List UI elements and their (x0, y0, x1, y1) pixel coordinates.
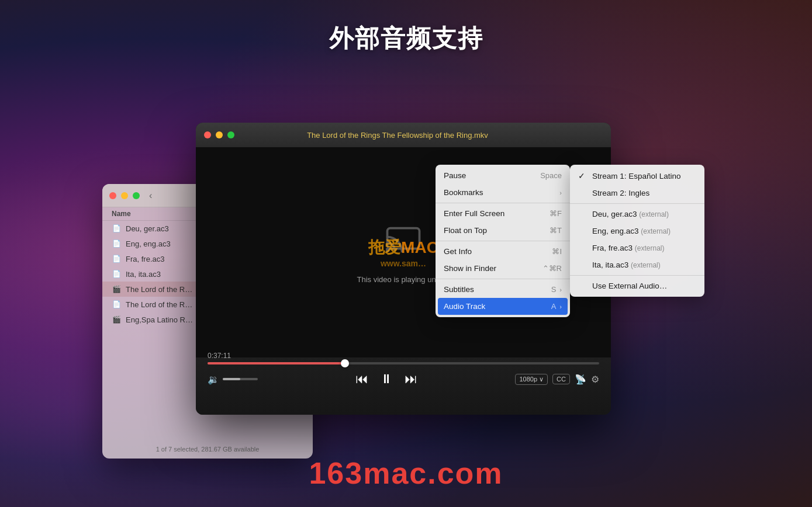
cc-badge[interactable]: CC (552, 374, 570, 384)
watermark-overlay: 拖爱MAC www.sam… (368, 237, 438, 268)
resolution-badge[interactable]: 1080p ∨ (515, 374, 548, 385)
menu-shortcut: ⌃⌘R (543, 264, 562, 273)
volume-bar[interactable] (223, 378, 258, 380)
progress-fill (208, 362, 345, 364)
menu-item-get-info[interactable]: Get Info ⌘I (436, 243, 570, 260)
submenu-item-label: Deu, ger.ac3 (external) (592, 210, 669, 218)
submenu-separator (570, 203, 704, 204)
file-icon: 📄 (112, 269, 121, 279)
pause-button[interactable]: ⏸ (380, 371, 393, 387)
menu-item-fullscreen[interactable]: Enter Full Screen ⌘F (436, 205, 570, 222)
menu-item-label: Show in Finder (444, 264, 496, 273)
menu-shortcut: ⌘I (552, 247, 562, 256)
right-controls: 1080p ∨ CC 📡 ⚙ (515, 374, 599, 385)
controls-row: 🔉 ⏮ ⏸ ⏭ 1080p ∨ CC 📡 ⚙ (208, 371, 599, 387)
submenu-separator (570, 275, 704, 276)
submenu-item-label: Eng, eng.ac3 (external) (592, 227, 671, 235)
watermark-text: 拖爱MAC (368, 237, 438, 259)
menu-item-audio-track[interactable]: Audio Track A › (438, 298, 568, 315)
finder-back-button[interactable]: ‹ (149, 190, 152, 201)
file-icon: 📄 (112, 254, 121, 263)
finder-item-name: Eng, eng.ac3 (126, 239, 171, 248)
menu-separator (436, 279, 570, 279)
video-icon: 🎬 (112, 284, 121, 294)
volume-control: 🔉 (208, 374, 258, 385)
airplay-icon[interactable]: 📡 (575, 374, 586, 385)
audio-track-submenu: ✓ Stream 1: Español Latino Stream 2: Ing… (570, 165, 704, 297)
checkmark-icon: ✓ (578, 171, 588, 180)
menu-item-label: Enter Full Screen (444, 209, 505, 218)
submenu-item-label: Ita, ita.ac3 (external) (592, 261, 661, 269)
menu-item-show-finder[interactable]: Show in Finder ⌃⌘R (436, 260, 570, 277)
progress-bar[interactable]: 0:37:11 (208, 362, 599, 364)
menu-item-label: Float on Top (444, 226, 487, 235)
menu-item-bookmarks[interactable]: Bookmarks › (436, 184, 570, 201)
menu-shortcut: A (551, 302, 557, 311)
context-menu: Pause Space Bookmarks › Enter Full Scree… (436, 165, 570, 317)
menu-separator (436, 241, 570, 241)
submenu-item-ita[interactable]: Ita, ita.ac3 (external) (570, 256, 704, 273)
finder-minimize-dot[interactable] (121, 192, 128, 199)
playback-controls: ⏮ ⏸ ⏭ (355, 371, 417, 387)
menu-item-label: Subtitles (444, 285, 474, 294)
finder-item-name: Eng,Spa Latino R… (126, 315, 193, 324)
progress-thumb[interactable] (341, 359, 349, 367)
external-label: (external) (631, 261, 661, 269)
skip-back-button[interactable]: ⏮ (355, 371, 368, 387)
video-title: The Lord of the Rings The Fellowship of … (196, 131, 603, 140)
file-icon: 📄 (112, 239, 121, 248)
external-label: (external) (635, 244, 665, 252)
watermark-subtext: www.sam… (368, 259, 438, 268)
external-label: (external) (641, 227, 671, 235)
page-title: 外部音频支持 (329, 22, 483, 55)
video-titlebar: The Lord of the Rings The Fellowship of … (196, 123, 611, 147)
volume-fill (223, 378, 240, 380)
submenu-item-fra[interactable]: Fra, fre.ac3 (external) (570, 239, 704, 256)
finder-item-name: The Lord of the R… (126, 285, 192, 294)
menu-separator (436, 203, 570, 203)
menu-item-label: Get Info (444, 247, 472, 256)
submenu-item-stream2[interactable]: Stream 2: Ingles (570, 185, 704, 202)
submenu-item-label: Use External Audio… (592, 282, 667, 290)
submenu-item-label: Stream 1: Español Latino (592, 172, 681, 180)
video-icon: 🎬 (112, 315, 121, 324)
external-label: (external) (639, 210, 669, 218)
finder-zoom-dot[interactable] (133, 192, 140, 199)
menu-shortcut: ⌘F (550, 209, 562, 218)
time-label: 0:37:11 (208, 352, 231, 360)
submenu-arrow-icon: › (559, 303, 562, 310)
menu-shortcut: S (551, 285, 557, 294)
menu-item-subtitles[interactable]: Subtitles S › (436, 281, 570, 298)
menu-item-pause[interactable]: Pause Space (436, 167, 570, 184)
submenu-item-eng[interactable]: Eng, eng.ac3 (external) (570, 223, 704, 239)
submenu-item-use-external[interactable]: Use External Audio… (570, 277, 704, 294)
bottom-watermark: 163mac.com (309, 456, 503, 491)
finder-status-bar: 1 of 7 selected, 281.67 GB available (102, 446, 313, 453)
submenu-arrow-icon: › (559, 189, 562, 196)
menu-item-float[interactable]: Float on Top ⌘T (436, 222, 570, 239)
file-icon: 📄 (112, 224, 121, 233)
finder-close-dot[interactable] (109, 192, 116, 199)
settings-icon[interactable]: ⚙ (591, 374, 599, 385)
submenu-item-label: Stream 2: Ingles (592, 189, 649, 197)
submenu-item-stream1[interactable]: ✓ Stream 1: Español Latino (570, 167, 704, 185)
menu-item-label: Audio Track (444, 302, 485, 311)
file-icon: 📄 (112, 300, 121, 309)
submenu-item-label: Fra, fre.ac3 (external) (592, 244, 664, 252)
skip-forward-button[interactable]: ⏭ (405, 371, 417, 387)
finder-item-name: The Lord of the R… (126, 300, 192, 309)
submenu-arrow-icon: › (559, 286, 562, 293)
finder-item-name: Ita, ita.ac3 (126, 270, 161, 279)
volume-icon: 🔉 (208, 374, 219, 385)
menu-shortcut: ⌘T (550, 226, 562, 235)
submenu-item-deu[interactable]: Deu, ger.ac3 (external) (570, 206, 704, 223)
video-controls: 0:37:11 🔉 ⏮ ⏸ ⏭ 1080p ∨ CC 📡 ⚙ (196, 357, 611, 415)
menu-item-label: Bookmarks (444, 188, 483, 197)
finder-item-name: Deu, ger.ac3 (126, 224, 169, 233)
menu-shortcut: Space (540, 171, 562, 180)
finder-item-name: Fra, fre.ac3 (126, 255, 164, 263)
menu-item-label: Pause (444, 171, 466, 180)
